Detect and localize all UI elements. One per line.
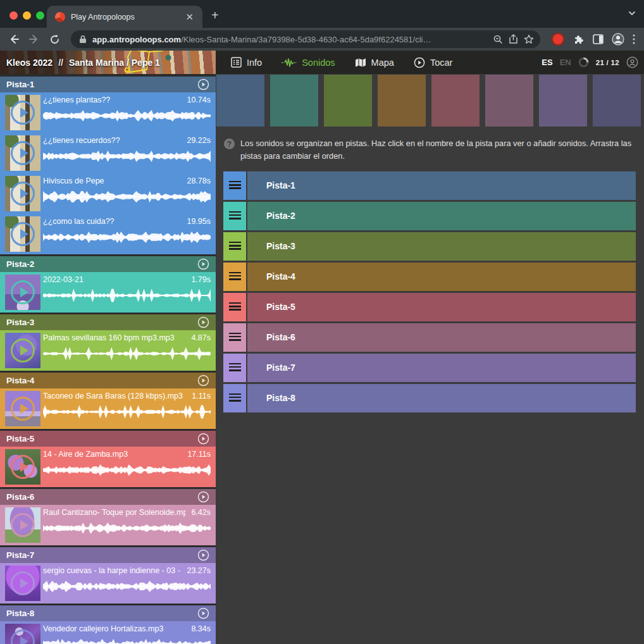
- share-icon[interactable]: [509, 34, 518, 44]
- audio-clip[interactable]: Taconeo de Sara Baras (128 kbps).mp31.11…: [0, 388, 216, 429]
- track-row-body[interactable]: Pista-7: [247, 354, 636, 382]
- track-header-play[interactable]: [197, 491, 209, 503]
- lock-icon[interactable]: [79, 35, 87, 44]
- track-color-swatch[interactable]: [485, 75, 533, 127]
- nav-tocar[interactable]: Tocar: [414, 57, 452, 68]
- track-row-body[interactable]: Pista-8: [247, 384, 636, 412]
- track-header-play[interactable]: [197, 258, 209, 270]
- clip-play-icon[interactable]: [11, 141, 35, 165]
- nav-sonidos[interactable]: Sonidos: [282, 58, 335, 68]
- track-header-play[interactable]: [197, 316, 209, 328]
- track-play-icon[interactable]: [197, 78, 209, 90]
- clip-play-icon[interactable]: [11, 455, 35, 479]
- clip-play-icon[interactable]: [11, 513, 35, 537]
- track-header-play[interactable]: [197, 607, 209, 619]
- track-play-icon[interactable]: [197, 258, 209, 270]
- track-color-swatch[interactable]: [539, 75, 587, 127]
- track-color-swatch[interactable]: [270, 75, 318, 127]
- track-row[interactable]: Pista-4: [223, 263, 636, 291]
- track-header-play[interactable]: [197, 433, 209, 445]
- clip-play-icon[interactable]: [11, 280, 35, 304]
- track-header[interactable]: Pista-8: [0, 605, 216, 621]
- track-drag-handle[interactable]: [223, 171, 246, 200]
- account-icon[interactable]: [626, 56, 638, 68]
- chrome-menu-kebab-icon[interactable]: [633, 34, 635, 44]
- track-drag-handle[interactable]: [223, 384, 246, 412]
- track-row[interactable]: Pista-7: [223, 354, 636, 382]
- track-color-swatch[interactable]: [378, 75, 426, 127]
- track-row[interactable]: Pista-8: [223, 384, 636, 412]
- clip-play-icon[interactable]: [11, 222, 35, 246]
- audio-clip[interactable]: ¿¿tienes plantas??10.74s: [0, 92, 216, 133]
- recording-indicator-icon[interactable]: [553, 34, 563, 44]
- audio-clip[interactable]: sergio cuevas - la harpe indienne - 03 -…: [0, 563, 216, 604]
- track-row-body[interactable]: Pista-5: [247, 293, 636, 321]
- track-row-body[interactable]: Pista-2: [247, 202, 636, 230]
- track-row-body[interactable]: Pista-1: [247, 171, 636, 200]
- lang-en-button[interactable]: EN: [560, 58, 571, 67]
- track-header-play[interactable]: [197, 375, 209, 387]
- back-icon[interactable]: [6, 32, 22, 47]
- zoom-level-icon[interactable]: [493, 34, 503, 44]
- track-row[interactable]: Pista-3: [223, 232, 636, 261]
- track-header[interactable]: Pista-2: [0, 256, 216, 272]
- track-header[interactable]: Pista-4: [0, 373, 216, 388]
- audio-clip[interactable]: Raul Cantizano- Toque por Solenoide.mp36…: [0, 505, 216, 545]
- track-play-icon[interactable]: [197, 549, 209, 561]
- audio-clip[interactable]: Palmas sevillanas 160 bpm mp3.mp34.87s: [0, 330, 216, 371]
- track-row[interactable]: Pista-2: [223, 202, 636, 230]
- track-drag-handle[interactable]: [223, 293, 246, 321]
- profile-avatar[interactable]: [612, 33, 624, 46]
- audio-clip[interactable]: ¿¿como las cuida??19.95s: [0, 214, 216, 254]
- track-header[interactable]: Pista-1: [0, 77, 216, 92]
- track-color-swatch[interactable]: [216, 75, 264, 127]
- track-play-icon[interactable]: [197, 375, 209, 387]
- track-row[interactable]: Pista-6: [223, 323, 636, 352]
- clip-play-icon[interactable]: [11, 338, 35, 362]
- track-header[interactable]: Pista-7: [0, 547, 216, 563]
- zoom-window-button[interactable]: [36, 11, 44, 20]
- breadcrumb-project[interactable]: Kleos 2022: [6, 58, 53, 68]
- close-window-button[interactable]: [9, 11, 18, 20]
- track-color-swatch[interactable]: [593, 75, 641, 127]
- nav-mapa[interactable]: Mapa: [355, 58, 394, 68]
- extensions-puzzle-icon[interactable]: [573, 34, 585, 45]
- clip-play-icon[interactable]: [11, 101, 35, 125]
- track-header[interactable]: Pista-5: [0, 431, 216, 447]
- track-header[interactable]: Pista-6: [0, 489, 216, 505]
- side-panel-icon[interactable]: [593, 34, 604, 44]
- track-row-body[interactable]: Pista-6: [247, 323, 636, 352]
- track-header-play[interactable]: [197, 78, 209, 90]
- tab-close-icon[interactable]: ✕: [183, 11, 196, 23]
- address-bar[interactable]: app.antropoloops.com/Kleos-Santa-Marina/…: [71, 30, 540, 48]
- track-row[interactable]: Pista-5: [223, 293, 636, 321]
- track-row-body[interactable]: Pista-4: [247, 263, 636, 291]
- reload-icon[interactable]: [47, 32, 62, 47]
- track-play-icon[interactable]: [197, 607, 209, 619]
- clip-play-icon[interactable]: [11, 182, 35, 206]
- track-drag-handle[interactable]: [223, 354, 246, 382]
- browser-tab[interactable]: Play Antropoloops ✕: [47, 6, 202, 28]
- audio-clip[interactable]: Hiviscus de Pepe28.78s: [0, 173, 216, 214]
- track-row[interactable]: Pista-1: [223, 171, 636, 200]
- track-play-icon[interactable]: [197, 491, 209, 503]
- track-color-swatch[interactable]: [324, 75, 372, 127]
- track-drag-handle[interactable]: [223, 263, 246, 291]
- clip-play-icon[interactable]: [11, 397, 35, 421]
- clip-play-icon[interactable]: [11, 629, 35, 644]
- audio-clip[interactable]: ¿¿tienes recuerdos??29.22s: [0, 133, 216, 173]
- track-row-body[interactable]: Pista-3: [247, 232, 636, 261]
- forward-icon[interactable]: [27, 32, 42, 47]
- minimize-window-button[interactable]: [23, 11, 31, 20]
- track-drag-handle[interactable]: [223, 323, 246, 352]
- breadcrumb-map-banner[interactable]: Kleos 2022 // Santa Marina / Pepe 1: [0, 51, 216, 74]
- new-tab-button[interactable]: +: [211, 8, 219, 23]
- track-play-icon[interactable]: [197, 316, 209, 328]
- audio-clip[interactable]: Vendedor callejero Hortalizas.mp38.34s: [0, 621, 216, 644]
- track-header[interactable]: Pista-3: [0, 314, 216, 330]
- bookmark-star-icon[interactable]: [524, 34, 534, 44]
- track-drag-handle[interactable]: [223, 202, 246, 230]
- nav-info[interactable]: Info: [231, 57, 262, 68]
- lang-es-button[interactable]: ES: [542, 58, 552, 67]
- breadcrumb-remix[interactable]: Santa Marina / Pepe 1: [69, 58, 160, 68]
